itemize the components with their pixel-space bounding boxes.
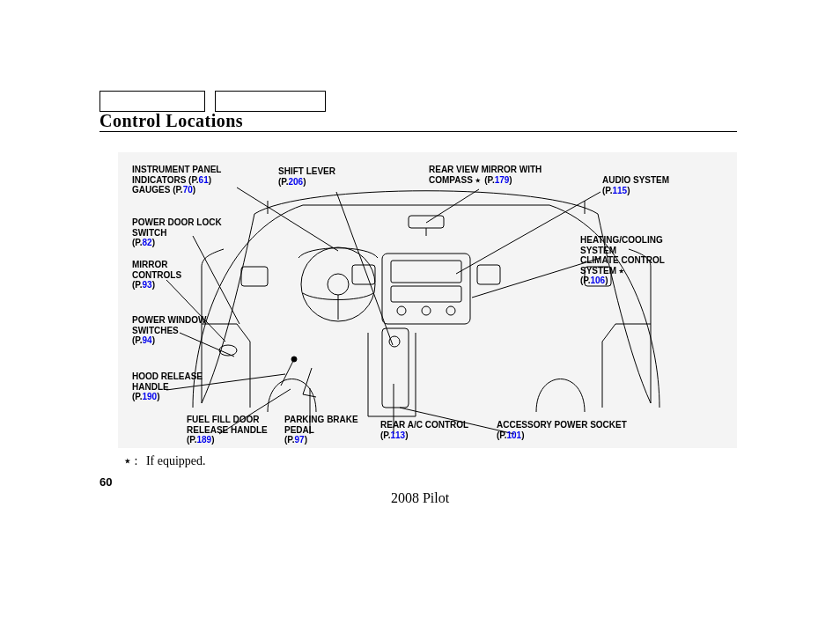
label-line: SWITCH: [132, 228, 238, 239]
model-year-line: 2008 Pilot: [0, 490, 840, 506]
svg-rect-1: [391, 261, 461, 283]
label-line: FUEL FILL DOOR: [187, 415, 284, 425]
label-line: (P.190): [132, 392, 229, 402]
callout-rear-ac: REAR A/C CONTROL (P.113): [380, 420, 486, 440]
svg-point-15: [291, 357, 297, 362]
dashboard-illustration: [118, 152, 737, 448]
callout-power-door-lock: POWER DOOR LOCK SWITCH (P.82): [132, 217, 238, 248]
label-line: HEATING/COOLING: [580, 235, 704, 246]
svg-point-8: [328, 274, 349, 295]
callout-fuel-fill-door: FUEL FILL DOOR RELEASE HANDLE (P.189): [187, 415, 284, 445]
callout-mirror-controls: MIRROR CONTROLS (P.93): [132, 260, 220, 290]
svg-rect-2: [391, 286, 461, 302]
callout-parking-brake: PARKING BRAKE PEDAL (P.97): [284, 415, 372, 445]
label-line: CLIMATE CONTROL: [580, 255, 704, 266]
callout-shift-lever: SHIFT LEVER (P.206): [278, 166, 357, 187]
page-number: 60: [99, 475, 112, 489]
label-line: HANDLE: [132, 382, 229, 393]
label-line: RELEASE HANDLE: [187, 425, 284, 436]
figure-area: INSTRUMENT PANEL INDICATORS (P.61) GAUGE…: [118, 152, 737, 448]
label-line: (P.93): [132, 280, 220, 290]
page-link-179[interactable]: 179: [495, 175, 510, 185]
callout-hvac: HEATING/COOLING SYSTEM CLIMATE CONTROL S…: [580, 235, 704, 286]
page-link-94[interactable]: 94: [143, 335, 152, 345]
label-line: INSTRUMENT PANEL: [132, 165, 247, 175]
svg-point-3: [397, 306, 406, 315]
callout-instrument-panel: INSTRUMENT PANEL INDICATORS (P.61) GAUGE…: [132, 165, 247, 195]
callout-rearview-mirror: REAR VIEW MIRROR WITH COMPASS ٭ (P.179): [429, 165, 578, 185]
label-line: PEDAL: [284, 425, 372, 436]
label-line: COMPASS ٭ (P.179): [429, 175, 578, 186]
page-link-82[interactable]: 82: [143, 238, 152, 247]
page-link-189[interactable]: 189: [197, 435, 212, 445]
callout-hood-release: HOOD RELEASE HANDLE (P.190): [132, 371, 229, 402]
label-line: (P.189): [187, 435, 284, 445]
label-line: SHIFT LEVER: [278, 166, 357, 177]
page-link-190[interactable]: 190: [143, 392, 158, 401]
page-link-61[interactable]: 61: [199, 175, 209, 185]
svg-rect-6: [382, 328, 409, 408]
page-link-97[interactable]: 97: [295, 435, 305, 445]
label-line: (P.101): [497, 430, 646, 441]
label-line: (P.106): [580, 276, 704, 286]
page-link-206[interactable]: 206: [289, 177, 304, 187]
callout-power-window: POWER WINDOW SWITCHES (P.94): [132, 315, 229, 346]
label-line: SYSTEM: [580, 246, 704, 256]
label-line: (P.97): [284, 435, 372, 445]
page-link-106[interactable]: 106: [591, 276, 606, 285]
section-title: Control Locations: [99, 111, 243, 131]
label-line: HOOD RELEASE: [132, 371, 229, 382]
label-line: (P.94): [132, 335, 229, 346]
manual-page: Control Locations: [0, 0, 840, 625]
svg-point-5: [446, 306, 455, 315]
svg-rect-10: [241, 267, 268, 286]
section-rule: [99, 131, 737, 132]
svg-rect-0: [382, 254, 470, 324]
label-line: GAUGES (P.70): [132, 185, 247, 195]
label-line: CONTROLS: [132, 270, 220, 281]
svg-rect-14: [409, 216, 444, 228]
header-box-right: [215, 91, 326, 112]
page-link-113[interactable]: 113: [391, 430, 406, 440]
header-box-left: [99, 91, 205, 112]
footnote-text: If equipped.: [146, 454, 206, 467]
callout-accessory-socket: ACCESSORY POWER SOCKET (P.101): [497, 420, 646, 440]
callout-audio-system: AUDIO SYSTEM (P.115): [602, 175, 708, 195]
label-line: SYSTEM ٭: [580, 266, 704, 276]
label-line: (P.115): [602, 186, 708, 196]
label-line: POWER WINDOW: [132, 315, 229, 326]
label-line: INDICATORS (P.61): [132, 175, 247, 186]
label-line: ACCESSORY POWER SOCKET: [497, 420, 646, 430]
label-line: POWER DOOR LOCK: [132, 217, 238, 228]
label-line: (P.206): [278, 177, 357, 188]
label-line: (P.113): [380, 430, 486, 441]
footnote: ٭ : If equipped.: [124, 453, 206, 468]
label-line: MIRROR: [132, 260, 220, 270]
label-line: REAR VIEW MIRROR WITH: [429, 165, 578, 175]
label-line: SWITCHES: [132, 326, 229, 336]
page-link-101[interactable]: 101: [507, 430, 522, 440]
label-line: REAR A/C CONTROL: [380, 420, 486, 430]
page-link-70[interactable]: 70: [183, 185, 193, 195]
footnote-symbol: ٭ :: [124, 454, 143, 467]
label-line: AUDIO SYSTEM: [602, 175, 708, 186]
page-link-115[interactable]: 115: [613, 186, 628, 195]
svg-point-4: [422, 306, 431, 315]
svg-rect-12: [477, 265, 500, 284]
page-link-93[interactable]: 93: [143, 280, 152, 290]
label-line: PARKING BRAKE: [284, 415, 372, 425]
label-line: (P.82): [132, 238, 238, 248]
svg-point-16: [389, 336, 400, 347]
